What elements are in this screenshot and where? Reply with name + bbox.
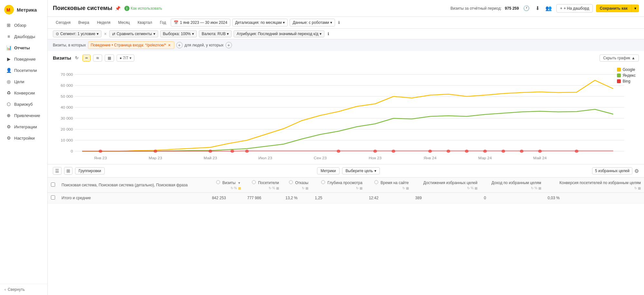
chart-title-group: Визиты ↻ ━ ≋ ▦ ● 7/7 ▾	[53, 54, 134, 62]
compare-chevron: ▾	[153, 32, 155, 36]
refresh-icon-visits[interactable]: ↻	[231, 186, 233, 190]
bar-icon-conv[interactable]: ▦	[638, 186, 641, 190]
metrics-button[interactable]: Метрики	[317, 167, 339, 174]
sidebar-label-overview: Обзор	[14, 23, 26, 28]
legend-label-yandex: Яндекс	[623, 73, 636, 78]
footer-checkbox[interactable]	[51, 195, 55, 200]
filter-add-people-button[interactable]: +	[226, 42, 232, 48]
th-conversion: Конверсия посетителей по избранным целям…	[544, 178, 644, 193]
pct-icon-visitors[interactable]: %	[272, 186, 275, 190]
refresh-icon-visitors[interactable]: ↻	[269, 186, 271, 190]
attr-chevron: ▾	[320, 32, 322, 36]
svg-text:Ноя 23: Ноя 23	[369, 156, 382, 160]
compare-button[interactable]: ⇄ Сравнить сегменты ▾	[109, 30, 158, 37]
refresh-icon-ach[interactable]: ↻	[467, 186, 470, 190]
chart-count-btn[interactable]: ● 7/7 ▾	[117, 54, 134, 62]
logo[interactable]: M Метрика	[0, 0, 47, 19]
refresh-icon-time[interactable]: ↻	[402, 186, 405, 190]
goals-select-button[interactable]: Выберите цель ▾	[342, 167, 380, 174]
chart-area-btn[interactable]: ≋	[93, 54, 102, 62]
filter-add-button[interactable]: +	[176, 42, 183, 48]
th-achievements: Достижения избранных целей ↻ % ▦	[412, 178, 481, 193]
segment-close-button[interactable]: ×	[103, 31, 107, 36]
sample-button[interactable]: Выборка: 100% ▾	[160, 30, 197, 37]
sidebar-item-conversions[interactable]: ♻ Конверсии	[1, 87, 46, 98]
bar-icon-visits[interactable]: ▦	[238, 186, 241, 190]
period-week[interactable]: Неделя	[94, 19, 113, 26]
bar-icon-depth[interactable]: ▦	[360, 186, 362, 190]
sidebar-item-integrations[interactable]: ⚙ Интеграции	[1, 121, 46, 132]
sidebar-item-visitors[interactable]: 👤 Посетители	[1, 65, 46, 76]
table-settings-button[interactable]: ⚙	[634, 168, 639, 174]
sidebar-item-overview[interactable]: ⊞ Обзор	[1, 20, 46, 31]
filter-tag-close[interactable]: ×	[167, 43, 171, 48]
th-conversion-label: Конверсия посетителей по избранным целям	[560, 181, 641, 185]
svg-text:Янв 23: Янв 23	[94, 156, 107, 160]
sidebar-item-dashboards[interactable]: ≡ Дашборды	[1, 31, 46, 42]
footer-checkbox-cell[interactable]	[48, 193, 58, 203]
chevron-down-count: ▾	[130, 56, 131, 60]
sidebar-item-settings[interactable]: ⚙ Настройки	[1, 133, 46, 143]
bar-icon-ach[interactable]: ▦	[475, 186, 477, 190]
pct-icon-rev[interactable]: %	[534, 186, 537, 190]
period-year[interactable]: Год	[157, 19, 169, 26]
svg-point-29	[208, 150, 212, 153]
bar-icon-visitors[interactable]: ▦	[276, 186, 279, 190]
attr-info-button[interactable]: ℹ	[326, 30, 331, 37]
groupings-button[interactable]: Группировки	[75, 167, 105, 174]
filter-tag[interactable]: Поведение • Страница входа: */poleznoe/*…	[88, 41, 174, 49]
sidebar-item-goals[interactable]: ◎ Цели	[1, 76, 46, 87]
data-info-button[interactable]: ℹ	[337, 19, 341, 26]
bar-icon-rev[interactable]: ▦	[538, 186, 541, 190]
pct-icon-visits[interactable]: %	[234, 186, 237, 190]
collapse-button[interactable]: ‹ Свернуть	[0, 284, 47, 295]
detail-button[interactable]: Детализация: по месяцам ▾	[232, 19, 288, 26]
sidebar-item-attraction[interactable]: ⊕ Привлечение	[1, 110, 46, 121]
bar-icon-time[interactable]: ▦	[406, 186, 409, 190]
th-visits[interactable]: Визиты ▼ ↻ % ▦	[209, 178, 244, 193]
download-button[interactable]: ⬇	[534, 4, 541, 13]
refresh-icon-conv[interactable]: ↻	[634, 186, 637, 190]
chart-refresh-button[interactable]: ↻	[74, 54, 80, 62]
chart-line-btn[interactable]: ━	[82, 54, 91, 62]
selected-goals-button[interactable]: 5 избранных целей	[592, 167, 632, 174]
attraction-icon: ⊕	[6, 113, 12, 118]
pin-icon[interactable]: 📌	[115, 6, 120, 11]
save-dropdown-button[interactable]: ▾	[631, 5, 639, 12]
bar-icon-bounce[interactable]: ▦	[305, 186, 308, 190]
sidebar-item-variocube[interactable]: ⬡ Вариокуб	[1, 99, 46, 110]
sidebar-item-behavior[interactable]: ▶ Поведение	[1, 54, 46, 64]
svg-text:20 000: 20 000	[61, 127, 73, 131]
th-visits-icons: ↻ % ▦	[231, 186, 241, 190]
sidebar-item-reports[interactable]: 📊 Отчеты	[1, 42, 46, 53]
table-view-grid-btn[interactable]: ⊞	[64, 167, 72, 175]
refresh-icon-bounce[interactable]: ↻	[302, 186, 304, 190]
currency-button[interactable]: Валюта: RUB ▾	[199, 30, 232, 37]
data-button[interactable]: Данные: с роботами ▾	[290, 19, 335, 26]
period-month[interactable]: Месяц	[115, 19, 133, 26]
period-today[interactable]: Сегодня	[53, 19, 73, 26]
save-as-button[interactable]: Сохранить как	[596, 5, 631, 12]
filter-bar: Визиты, в которых Поведение • Страница в…	[48, 39, 644, 51]
select-all-checkbox[interactable]	[51, 182, 55, 187]
refresh-icon-depth[interactable]: ↻	[356, 186, 359, 190]
th-checkbox[interactable]	[48, 178, 58, 193]
clock-button[interactable]: 🕐	[522, 4, 531, 13]
refresh-icon-rev[interactable]: ↻	[531, 186, 533, 190]
how-to-use-link[interactable]: i Как использовать	[124, 6, 162, 11]
table-view-list-btn[interactable]: ☰	[53, 167, 62, 175]
share-button[interactable]: 👥	[544, 4, 553, 13]
attr-button[interactable]: Атрибуция: Последний значимый переход к/…	[234, 30, 324, 37]
add-to-dashboard-button[interactable]: + + На дашборд	[556, 4, 592, 13]
pct-icon-ach[interactable]: %	[471, 186, 474, 190]
period-yesterday[interactable]: Вчера	[75, 19, 92, 26]
period-week-label: Неделя	[97, 20, 111, 25]
svg-text:Янв 24: Янв 24	[424, 156, 437, 160]
th-depth-label: Глубина просмотра	[321, 180, 362, 185]
hide-chart-button[interactable]: Скрыть график ▲	[600, 54, 639, 62]
period-quarter[interactable]: Квартал	[135, 19, 155, 26]
date-range-button[interactable]: 📅 1 янв 2023 — 30 июн 2024	[171, 19, 230, 26]
chart-bar-btn[interactable]: ▦	[105, 54, 114, 62]
segment-button[interactable]: ⊙ Сегмент: 1 условие ▾	[53, 30, 101, 37]
legend-google: Google	[617, 67, 636, 72]
